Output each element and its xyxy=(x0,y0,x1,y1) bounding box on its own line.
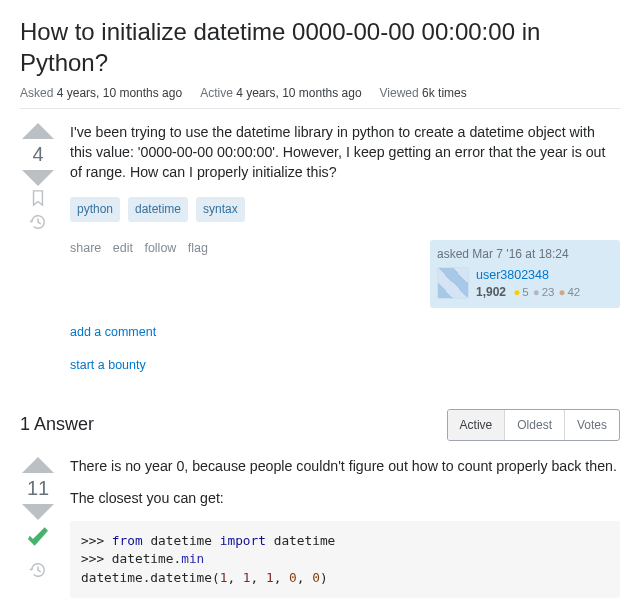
question-post: 4 I've been trying to use the datetime l… xyxy=(20,123,620,389)
active-value: 4 years, 10 months ago xyxy=(236,86,361,100)
asker-avatar[interactable] xyxy=(437,267,469,299)
code-block: >>> from datetime import datetime >>> da… xyxy=(70,521,620,599)
question-body: I've been trying to use the datetime lib… xyxy=(70,123,620,389)
tab-votes[interactable]: Votes xyxy=(564,410,619,440)
asked-label: Asked xyxy=(20,86,53,100)
accepted-checkmark-icon[interactable] xyxy=(23,524,53,557)
tag-datetime[interactable]: datetime xyxy=(128,197,188,222)
question-vote-column: 4 xyxy=(20,123,56,389)
question-score: 4 xyxy=(32,143,43,166)
asked-time: asked Mar 7 '16 at 18:24 xyxy=(437,246,613,263)
answer-score: 11 xyxy=(27,477,49,500)
question-text: I've been trying to use the datetime lib… xyxy=(70,123,620,183)
question-meta: Asked 4 years, 10 months ago Active 4 ye… xyxy=(20,86,620,109)
active-label: Active xyxy=(200,86,233,100)
flag-link[interactable]: flag xyxy=(188,241,208,255)
asker-name[interactable]: user3802348 xyxy=(476,267,580,285)
upvote-button[interactable] xyxy=(22,123,54,139)
upvote-button[interactable] xyxy=(22,457,54,473)
answers-count: 1 Answer xyxy=(20,414,94,435)
bookmark-icon[interactable] xyxy=(31,190,45,209)
viewed-label: Viewed xyxy=(380,86,419,100)
tab-oldest[interactable]: Oldest xyxy=(504,410,564,440)
answer-body: There is no year 0, because people could… xyxy=(70,457,620,615)
answer-post: 11 There is no year 0, because people co… xyxy=(20,457,620,615)
start-bounty-link[interactable]: start a bounty xyxy=(70,357,146,375)
answer-paragraph-2: The closest you can get: xyxy=(70,489,620,509)
question-actions: share edit follow flag xyxy=(70,240,216,258)
share-link[interactable]: share xyxy=(70,241,101,255)
edit-link[interactable]: edit xyxy=(113,241,133,255)
answer-sort-tabs: Active Oldest Votes xyxy=(447,409,620,441)
tag-syntax[interactable]: syntax xyxy=(196,197,245,222)
answers-header: 1 Answer Active Oldest Votes xyxy=(20,409,620,441)
answer-vote-column: 11 xyxy=(20,457,56,615)
history-icon[interactable] xyxy=(29,213,47,236)
tag-list: python datetime syntax xyxy=(70,197,620,222)
downvote-button[interactable] xyxy=(22,170,54,186)
follow-link[interactable]: follow xyxy=(144,241,176,255)
asker-badges: 52342 xyxy=(509,286,580,298)
tab-active[interactable]: Active xyxy=(448,410,505,440)
tag-python[interactable]: python xyxy=(70,197,120,222)
downvote-button[interactable] xyxy=(22,504,54,520)
asker-usercard: asked Mar 7 '16 at 18:24 user3802348 1,9… xyxy=(430,240,620,308)
add-comment-link[interactable]: add a comment xyxy=(70,324,156,342)
answer-paragraph-1: There is no year 0, because people could… xyxy=(70,457,620,477)
question-title: How to initialize datetime 0000-00-00 00… xyxy=(20,16,620,78)
asked-value: 4 years, 10 months ago xyxy=(57,86,182,100)
viewed-value: 6k times xyxy=(422,86,467,100)
history-icon[interactable] xyxy=(29,561,47,584)
asker-rep: 1,902 xyxy=(476,285,506,299)
